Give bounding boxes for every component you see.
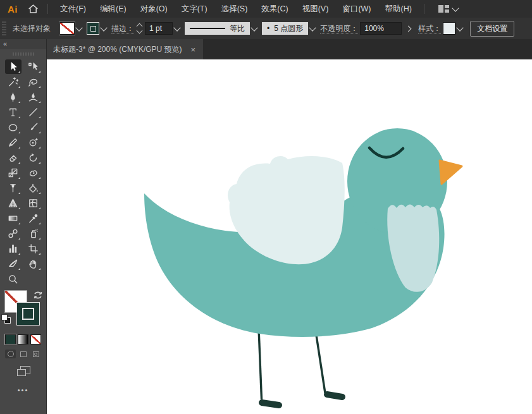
scale-tool[interactable] — [5, 166, 22, 180]
puppet-warp-tool[interactable] — [25, 166, 42, 180]
document-tab[interactable]: 未标题-3* @ 200% (CMYK/GPU 预览) × — [47, 39, 203, 59]
shape-builder-tool[interactable] — [5, 181, 22, 195]
type-tool[interactable] — [5, 105, 22, 119]
bird-left-leg[interactable] — [259, 329, 262, 399]
chevron-down-icon — [452, 4, 459, 11]
status-text: 未选择对象 — [13, 23, 51, 34]
default-fill-stroke-icon[interactable] — [1, 314, 10, 323]
zoom-tool[interactable] — [5, 272, 22, 286]
menu-bar: Ai 文件(F)编辑(E)对象(O)文字(T)选择(S)效果(C)视图(V)窗口… — [0, 0, 532, 18]
menu-separator-2 — [424, 4, 424, 14]
eraser-tool[interactable] — [5, 150, 22, 165]
hand-tool[interactable] — [25, 257, 42, 271]
home-icon[interactable] — [25, 2, 41, 16]
brush-dot-preview: • — [267, 24, 269, 33]
menu-items: 文件(F)编辑(E)对象(O)文字(T)选择(S)效果(C)视图(V)窗口(W)… — [54, 1, 418, 17]
pen-tool[interactable] — [5, 90, 22, 104]
opacity-input[interactable]: 100% — [360, 22, 402, 35]
collapse-panel-icon[interactable]: « — [0, 39, 46, 49]
perspective-grid-tool[interactable] — [5, 196, 22, 210]
tool-panel-grip[interactable] — [13, 52, 34, 56]
chevron-right-icon[interactable] — [405, 25, 412, 32]
symbol-sprayer-tool[interactable] — [25, 226, 42, 241]
chevron-down-icon — [100, 24, 107, 31]
chevron-down-icon[interactable] — [457, 24, 464, 31]
menu-item-type[interactable]: 文字(T) — [176, 1, 213, 17]
edit-toolbar-button[interactable]: ••• — [18, 386, 29, 394]
gradient-tool[interactable] — [5, 211, 22, 226]
artboard-tool[interactable] — [25, 241, 42, 256]
fill-color-picker[interactable] — [59, 22, 82, 35]
uniform-profile-preview — [190, 28, 225, 30]
shaper-tool[interactable] — [25, 135, 42, 150]
control-bar-grip[interactable] — [2, 21, 6, 35]
fill-none-swatch[interactable] — [59, 22, 75, 35]
menu-item-effect[interactable]: 效果(C) — [256, 1, 294, 17]
blend-tool[interactable] — [5, 226, 22, 241]
menu-item-select[interactable]: 选择(S) — [216, 1, 254, 17]
opacity-label: 不透明度： — [320, 23, 358, 34]
stroke-color-swatch[interactable] — [87, 22, 99, 35]
magic-wand-tool[interactable] — [5, 75, 22, 89]
direct-selection-tool[interactable] — [25, 59, 42, 74]
paint-buttons — [5, 334, 41, 344]
slice-tool[interactable] — [5, 257, 22, 271]
menu-item-file[interactable]: 文件(F) — [54, 1, 92, 17]
curvature-tool[interactable] — [25, 90, 42, 104]
style-swatch[interactable] — [443, 22, 455, 35]
eyedropper-tool[interactable] — [25, 211, 42, 226]
selection-tool[interactable] — [5, 59, 22, 74]
color-button[interactable] — [5, 334, 16, 344]
chevron-down-icon[interactable] — [309, 24, 316, 31]
menu-item-help[interactable]: 帮助(H) — [380, 1, 418, 17]
stroke-label: 描边： — [111, 23, 134, 34]
paintbrush-tool[interactable] — [25, 120, 42, 135]
chevron-down-icon[interactable] — [251, 24, 257, 31]
tab-bar: 未标题-3* @ 200% (CMYK/GPU 预览) × — [47, 39, 532, 59]
live-paint-bucket-tool[interactable] — [25, 181, 42, 195]
stroke-weight-input[interactable]: 1 pt — [145, 22, 173, 35]
fill-stroke-indicator — [0, 290, 47, 329]
illustrator-window: Ai 文件(F)编辑(E)对象(O)文字(T)选择(S)效果(C)视图(V)窗口… — [0, 0, 532, 414]
tab-close-icon[interactable]: × — [191, 46, 196, 54]
chevron-down-icon — [75, 24, 82, 31]
bird-right-leg[interactable] — [315, 327, 325, 393]
tool-panel: « ••• — [0, 39, 47, 414]
menu-item-window[interactable]: 窗口(W) — [337, 1, 376, 17]
stroke-weight-stepper[interactable] — [137, 24, 142, 33]
canvas[interactable] — [47, 59, 532, 414]
draw-normal-button[interactable] — [5, 350, 16, 358]
bird-artwork[interactable] — [47, 59, 532, 414]
style-label: 样式： — [418, 23, 441, 34]
menu-item-edit[interactable]: 编辑(E) — [94, 1, 132, 17]
ellipse-tool[interactable] — [5, 120, 22, 135]
pencil-tool[interactable] — [5, 135, 22, 150]
workspace-switcher[interactable] — [438, 4, 458, 13]
rotate-tool[interactable] — [25, 150, 42, 165]
menu-item-view[interactable]: 视图(V) — [297, 1, 335, 17]
swap-fill-stroke-icon[interactable] — [33, 290, 43, 300]
stroke-color-picker[interactable] — [87, 22, 106, 35]
mesh-tool[interactable] — [25, 196, 42, 210]
column-graph-tool[interactable] — [5, 241, 22, 256]
menu-separator — [47, 4, 48, 14]
line-segment-tool[interactable] — [25, 105, 42, 119]
chevron-down-icon[interactable] — [173, 24, 180, 31]
gradient-button[interactable] — [18, 334, 28, 344]
screen-mode-button[interactable] — [17, 366, 30, 376]
menu-item-object[interactable]: 对象(O) — [135, 1, 173, 17]
app-logo[interactable]: Ai — [3, 2, 22, 16]
brush-definition-select[interactable]: • 5 点圆形 — [262, 22, 308, 35]
stroke-profile-select[interactable]: 等比 — [185, 22, 250, 35]
draw-behind-button[interactable] — [18, 350, 28, 358]
document-setup-button[interactable]: 文档设置 — [470, 21, 514, 37]
stroke-swatch[interactable] — [16, 302, 40, 326]
draw-inside-button[interactable] — [30, 350, 41, 358]
lasso-tool[interactable] — [25, 75, 42, 89]
bird-right-foot[interactable] — [327, 394, 342, 397]
bird-left-foot[interactable] — [262, 403, 279, 405]
none-button[interactable] — [30, 334, 41, 344]
document-tab-title: 未标题-3* @ 200% (CMYK/GPU 预览) — [53, 44, 182, 55]
control-bar: 未选择对象 描边： 1 pt 等比 • 5 点圆形 — [0, 18, 532, 40]
bird-beak[interactable] — [440, 161, 462, 184]
